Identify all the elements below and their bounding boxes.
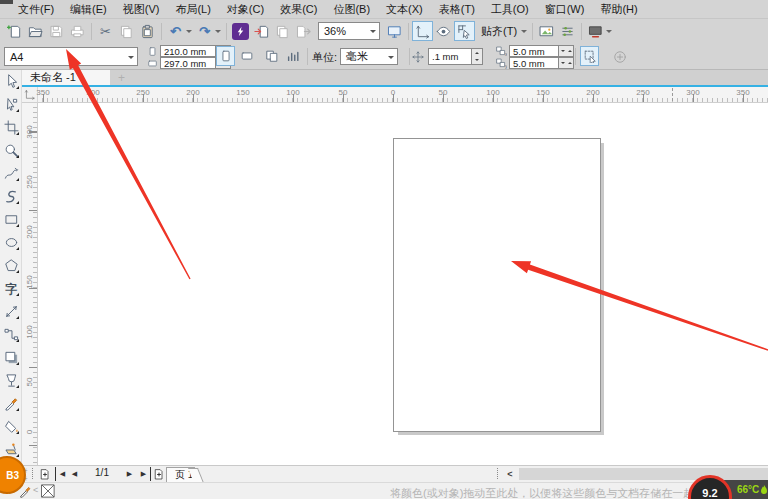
show-grid-toggle[interactable] [433,21,454,41]
redo-icon[interactable]: ↷ [194,21,215,41]
new-document-button[interactable] [4,21,25,41]
artistic-media-tool[interactable] [0,185,22,208]
snap-menu-label[interactable]: 贴齐(T) [481,24,517,39]
duplicate-y-spinner[interactable] [559,57,574,69]
drawing-canvas[interactable] [38,103,768,465]
toolbar-drag-handle[interactable] [32,468,33,479]
pick-tool[interactable] [0,70,22,93]
menu-window[interactable]: 窗口(W) [537,1,593,18]
document-tab[interactable]: 未命名 -1 [22,70,110,85]
menu-table[interactable]: 表格(T) [431,1,483,18]
duplicate-x-input[interactable]: 5.0 mm [509,45,559,57]
app-launcher-icon[interactable] [232,23,249,40]
polygon-tool[interactable] [0,254,22,277]
toolbar-separator [581,23,582,40]
undo-dropdown-caret[interactable] [186,30,192,36]
no-color-swatch[interactable] [41,484,55,498]
last-page-button[interactable]: ▶ [138,467,151,481]
welcome-screen-button[interactable] [536,21,557,41]
vertical-ruler[interactable]: 300250200150100500 [22,103,38,465]
menu-tools[interactable]: 工具(O) [483,1,537,18]
text-tool[interactable]: 字 [0,277,22,300]
ruler-label: 50 [25,378,34,387]
landscape-orientation-button[interactable] [237,46,256,66]
all-pages-button[interactable] [262,46,281,66]
paste-button[interactable] [137,21,158,41]
freehand-tool[interactable] [0,162,22,185]
ruler-label: 250 [136,88,149,97]
nudge-spinner[interactable] [472,48,483,65]
zoom-level-combo[interactable]: 36% [318,22,380,40]
flame-icon [760,485,768,495]
fullscreen-preview-button[interactable] [384,21,405,41]
show-rulers-toggle[interactable] [412,21,433,41]
menu-object[interactable]: 对象(C) [219,1,272,18]
import-button[interactable] [251,21,272,41]
publish-pdf-button[interactable] [293,21,314,41]
save-button[interactable] [46,21,67,41]
duplicate-y-input[interactable]: 5.0 mm [509,57,559,69]
menu-file[interactable]: 文件(F) [10,1,62,18]
display-settings-icon[interactable] [585,21,606,41]
menu-view[interactable]: 视图(V) [115,1,168,18]
page-tab[interactable]: 页 1 [166,467,195,482]
page-preset-combo[interactable]: A4 [4,47,138,66]
interactive-fill-tool[interactable] [0,415,22,438]
page-width-input[interactable]: 210.0 mm [160,45,216,57]
connector-tool[interactable] [0,323,22,346]
scrollbar-drag-handle[interactable] [497,468,498,479]
first-page-button[interactable]: ◀ [55,467,68,481]
zoom-tool[interactable] [0,139,22,162]
treat-as-filled-button[interactable] [580,46,599,66]
next-page-button[interactable]: ▶ [124,467,135,481]
drop-shadow-tool[interactable] [0,346,22,369]
toolbar-separator [161,23,162,40]
horizontal-ruler[interactable]: 3503002502001501005005010015020025030035… [38,87,768,103]
menu-text[interactable]: 文本(X) [378,1,431,18]
ruler-label: 350 [36,88,49,97]
crop-tool[interactable] [0,116,22,139]
menu-effects[interactable]: 效果(C) [272,1,325,18]
shape-tool[interactable] [0,93,22,116]
snap-cursor-toggle[interactable] [454,21,475,41]
menu-edit[interactable]: 编辑(E) [62,1,115,18]
menu-help[interactable]: 帮助(H) [592,1,645,18]
toolbar-separator [226,23,227,40]
redo-dropdown-caret[interactable] [215,30,221,36]
ruler-label: 100 [25,325,34,338]
new-tab-button[interactable]: + [118,71,125,85]
transparency-tool[interactable] [0,369,22,392]
add-page-after-button[interactable] [151,467,166,481]
menu-bitmaps[interactable]: 位图(B) [325,1,378,18]
nudge-offset-input[interactable]: .1 mm [428,48,472,65]
export-button[interactable] [272,21,293,41]
rectangle-tool[interactable] [0,208,22,231]
snap-dropdown-caret[interactable] [521,30,527,36]
page-counter: 1/1 [82,467,122,478]
add-page-before-button[interactable] [37,467,52,481]
horizontal-scrollbar[interactable] [519,468,768,480]
options-button[interactable] [557,21,578,41]
print-button[interactable] [67,21,88,41]
open-button[interactable] [25,21,46,41]
ruler-label: 300 [686,88,699,97]
menu-layout[interactable]: 布局(L) [167,1,218,18]
color-eyedropper-tool[interactable] [0,392,22,415]
portrait-orientation-button[interactable] [216,46,235,66]
copy-button[interactable] [116,21,137,41]
parallel-dimension-tool[interactable] [0,300,22,323]
current-page-button[interactable] [283,46,302,66]
cut-icon[interactable]: ✂ [95,21,116,41]
palette-scroll-left[interactable]: < [33,485,38,495]
ellipse-tool[interactable] [0,231,22,254]
page-height-input[interactable]: 297.0 mm [160,57,216,69]
previous-page-button[interactable]: ◀ [69,467,80,481]
scroll-left-button[interactable]: < [503,467,517,481]
document-page[interactable] [393,138,601,432]
duplicate-x-spinner[interactable] [559,45,574,57]
undo-icon[interactable]: ↶ [165,21,186,41]
add-options-icon[interactable] [610,47,629,67]
units-combo[interactable]: 毫米 [340,48,398,65]
display-dropdown-caret[interactable] [606,30,612,36]
propbar-separator [575,48,576,65]
